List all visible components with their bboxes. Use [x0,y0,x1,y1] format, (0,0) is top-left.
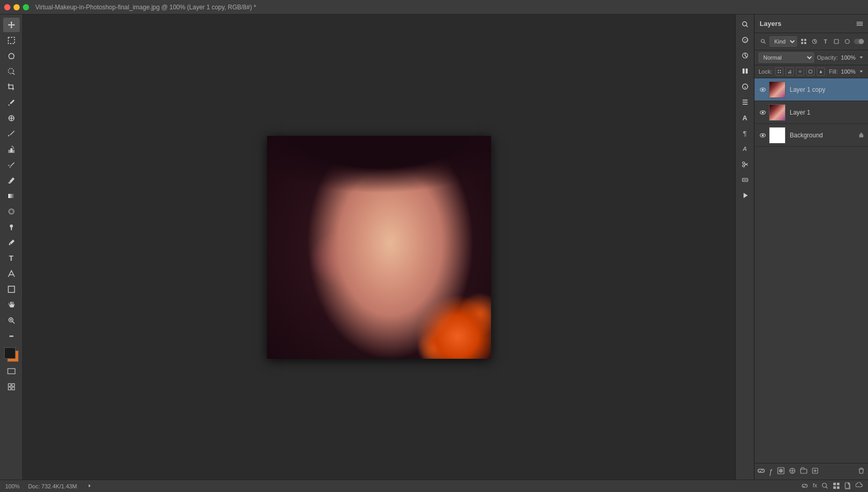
dodge-tool[interactable] [3,220,20,234]
filter-type-icon[interactable]: T [821,37,830,46]
svg-point-47 [761,39,764,43]
paragraph-icon[interactable]: ¶ [738,126,752,140]
minimize-button[interactable] [13,4,20,10]
character-icon[interactable]: A [738,111,752,124]
hand-tool[interactable] [3,298,20,312]
filter-smart-icon[interactable] [843,37,852,46]
filter-pixel-icon[interactable] [799,37,808,46]
opacity-value[interactable]: 100% [841,54,856,61]
filter-adjustment-icon[interactable] [810,37,819,46]
properties-panel-icon[interactable]: ▷ [738,33,752,47]
svg-rect-61 [809,70,812,73]
lock-position-icon[interactable] [796,67,804,76]
quick-selection-tool[interactable] [3,64,20,79]
extra-tools[interactable]: ••• [3,329,20,343]
status-link-icon[interactable] [801,482,808,490]
status-grid-icon[interactable] [833,482,840,490]
add-style-button[interactable]: ƒ [769,468,773,476]
eyedropper-tool[interactable] [3,95,20,110]
status-search-icon[interactable] [821,482,829,490]
svg-rect-6 [8,194,15,198]
svg-rect-46 [857,25,863,26]
doc-info: Doc: 732.4K/1.43M [28,483,77,489]
pen-tool[interactable] [3,235,20,250]
gradient-tool[interactable] [3,189,20,203]
adjustments-icon[interactable] [738,49,752,62]
layer-name-background: Background [790,132,859,139]
layer-visibility-layer1[interactable] [759,108,767,117]
actions-icon[interactable] [738,189,752,202]
fill-value[interactable]: 100% [841,68,856,75]
brush-tool[interactable] [3,126,20,141]
healing-brush-tool[interactable] [3,111,20,125]
svg-rect-44 [857,22,863,23]
canvas-area[interactable] [23,15,735,480]
svg-point-36 [743,162,745,164]
artboards[interactable] [3,379,20,394]
clone-stamp-tool[interactable] [3,142,20,157]
lasso-tool[interactable] [3,49,20,63]
filter-kind-select[interactable]: Kind [769,36,797,47]
svg-rect-58 [778,72,779,73]
layers-panel-header: Layers [754,15,868,33]
blur-tool[interactable] [3,204,20,219]
new-group-button[interactable] [800,467,807,476]
maximize-button[interactable] [23,4,29,10]
opacity-dropdown-icon[interactable] [859,55,864,60]
next-arrow[interactable] [87,483,92,489]
shape-tool[interactable] [3,282,20,297]
filter-search-icon[interactable] [759,37,767,46]
lock-image-icon[interactable] [786,67,794,76]
status-document-icon[interactable] [844,482,851,490]
svg-rect-33 [743,102,748,103]
link-layers-button[interactable] [758,467,765,476]
screen-mode[interactable] [3,364,20,378]
layer-thumbnail-layer1copy [769,81,786,98]
lock-all-icon[interactable] [817,67,825,76]
layer-visibility-background[interactable] [759,131,767,139]
scissors-icon[interactable] [738,158,752,171]
svg-line-23 [746,25,748,27]
delete-layer-button[interactable] [858,467,865,476]
svg-rect-19 [12,384,15,386]
add-mask-button[interactable] [777,467,785,476]
layers-menu-icon[interactable] [857,21,863,27]
path-selection-tool[interactable] [3,266,20,281]
left-toolbar: T ••• [0,15,23,480]
lock-transparent-icon[interactable] [775,67,783,76]
timeline-icon[interactable] [738,173,752,187]
svg-point-1 [8,68,13,74]
new-layer-button[interactable] [811,467,819,476]
filter-shape-icon[interactable] [832,37,841,46]
filter-toggle[interactable] [854,39,864,44]
blend-mode-select[interactable]: Normal [759,52,814,63]
status-cloud-icon[interactable] [856,482,863,490]
info-icon[interactable] [738,80,752,93]
history-brush-tool[interactable] [3,158,20,172]
status-fx-button[interactable]: fx [813,482,817,490]
move-tool[interactable] [3,18,20,32]
styles-icon[interactable]: A [738,142,752,156]
svg-point-35 [743,165,745,167]
lock-artboard-icon[interactable] [806,67,815,76]
svg-rect-59 [780,72,781,73]
libraries-icon[interactable] [738,64,752,78]
layer-item-background[interactable]: Background [754,124,868,147]
close-button[interactable] [4,4,10,10]
color-swatches[interactable] [3,346,20,363]
marquee-tool[interactable] [3,33,20,48]
layer-visibility-layer1copy[interactable] [759,86,767,94]
new-adjustment-button[interactable] [789,467,796,476]
layer-item-layer1copy[interactable]: Layer 1 copy [754,78,868,101]
search-panel-icon[interactable] [738,18,752,31]
text-tool[interactable]: T [3,251,20,265]
layer-name-layer1copy: Layer 1 copy [790,86,864,93]
svg-rect-18 [8,384,11,386]
svg-rect-82 [837,486,839,489]
crop-tool[interactable] [3,80,20,94]
eraser-tool[interactable] [3,173,20,188]
zoom-tool[interactable] [3,313,20,328]
channels-icon[interactable] [738,95,752,109]
layer-item-layer1[interactable]: Layer 1 [754,101,868,124]
fill-dropdown-icon[interactable] [859,69,864,74]
